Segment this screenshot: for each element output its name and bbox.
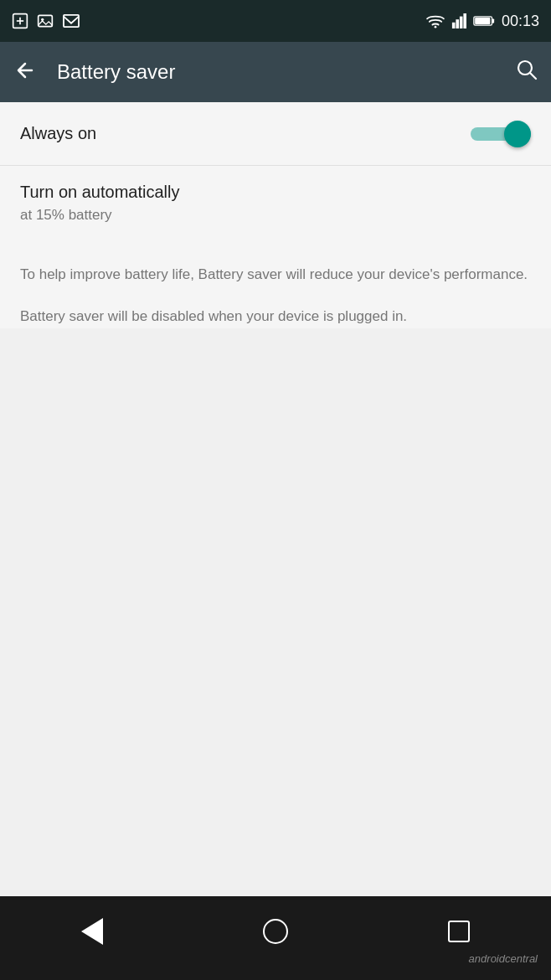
svg-rect-7 [452, 23, 456, 28]
svg-point-6 [435, 26, 437, 28]
signal-icon [451, 13, 466, 28]
gmail-icon [62, 13, 80, 28]
svg-rect-3 [39, 15, 53, 26]
svg-line-15 [530, 73, 536, 79]
always-on-row[interactable]: Always on [0, 102, 551, 166]
image-icon [37, 13, 54, 29]
svg-rect-9 [460, 17, 463, 28]
svg-rect-5 [64, 15, 79, 27]
nav-home-button[interactable] [250, 906, 301, 957]
search-button[interactable] [516, 59, 538, 85]
watermark: androidcentral [469, 952, 538, 965]
info-section: To help improve battery life, Battery sa… [0, 244, 551, 328]
home-nav-icon [263, 919, 288, 944]
info-text-1: To help improve battery life, Battery sa… [20, 264, 531, 286]
always-on-toggle[interactable] [471, 121, 531, 147]
add-icon [12, 13, 28, 29]
content-area: Always on Turn on automatically at 15% b… [0, 102, 551, 328]
status-bar-right: 00:13 [426, 13, 539, 30]
toolbar: Battery saver [0, 42, 551, 102]
svg-rect-13 [475, 18, 490, 24]
auto-title: Turn on automatically [20, 183, 531, 202]
recents-nav-icon [448, 921, 470, 942]
wifi-icon [426, 13, 445, 28]
toggle-thumb [504, 121, 531, 147]
back-button[interactable] [13, 60, 37, 84]
nav-bar [0, 896, 551, 980]
nav-recents-button[interactable] [434, 906, 484, 957]
svg-rect-12 [492, 18, 494, 23]
info-text-2: Battery saver will be disabled when your… [20, 306, 531, 328]
status-bar-left [12, 13, 80, 29]
status-time: 00:13 [502, 13, 539, 30]
svg-rect-10 [463, 13, 466, 28]
status-bar: 00:13 [0, 0, 551, 42]
svg-rect-8 [456, 19, 459, 28]
nav-back-button[interactable] [67, 906, 117, 957]
always-on-label: Always on [20, 124, 96, 143]
battery-icon [473, 14, 495, 28]
back-nav-icon [81, 918, 103, 945]
auto-section[interactable]: Turn on automatically at 15% battery [0, 166, 551, 244]
page-title: Battery saver [57, 60, 516, 84]
auto-subtitle: at 15% battery [20, 207, 531, 224]
